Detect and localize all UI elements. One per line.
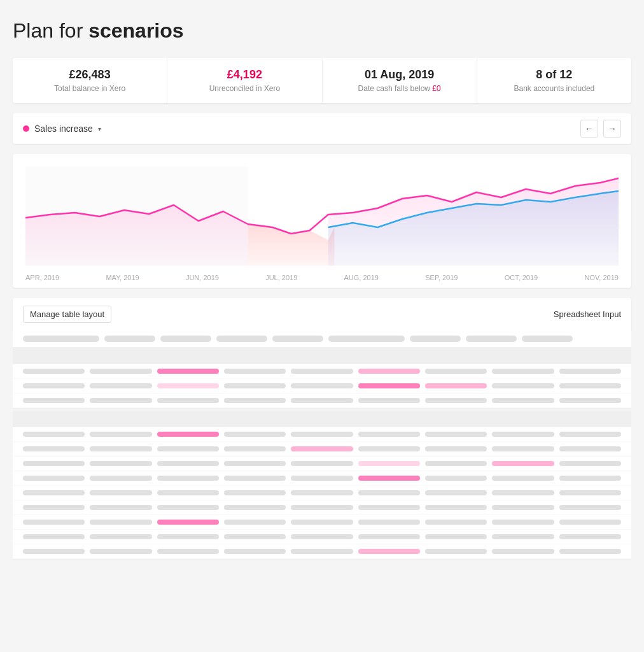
- cell: [492, 534, 554, 539]
- cell: [358, 520, 420, 525]
- cell: [559, 505, 621, 510]
- col-header-1: [23, 336, 99, 342]
- cell: [425, 476, 487, 481]
- cell: [157, 432, 219, 437]
- cell: [425, 383, 487, 388]
- cell: [90, 383, 151, 388]
- chart-label-oct: OCT, 2019: [505, 274, 538, 281]
- cell: [224, 432, 286, 437]
- table-header-row: [13, 330, 631, 348]
- table-row: [13, 500, 631, 515]
- cell: [90, 398, 151, 403]
- chart-card: APR, 2019 MAY, 2019 JUN, 2019 JUL, 2019 …: [13, 154, 631, 288]
- cell: [291, 505, 353, 510]
- cell: [492, 490, 554, 495]
- cell: [358, 490, 420, 495]
- cell: [492, 476, 554, 481]
- cell: [291, 520, 353, 525]
- metric-unreconciled-value: £4,192: [180, 68, 309, 82]
- table-row: [13, 530, 631, 544]
- cell: [425, 490, 487, 495]
- chart-label-jun: JUN, 2019: [186, 274, 219, 281]
- cell: [425, 432, 487, 437]
- cell: [224, 476, 286, 481]
- cell: [90, 369, 151, 374]
- cell: [559, 383, 621, 388]
- cell: [425, 461, 487, 466]
- cell: [492, 505, 554, 510]
- cell: [559, 369, 621, 374]
- cell: [157, 476, 219, 481]
- chart-label-may: MAY, 2019: [106, 274, 139, 281]
- cell: [157, 505, 219, 510]
- cell: [157, 461, 219, 466]
- table-row: [13, 486, 631, 500]
- metric-bank-accounts-label: Bank accounts included: [490, 84, 619, 93]
- cell: [358, 383, 420, 388]
- col-header-5: [272, 336, 323, 342]
- cell: [224, 398, 286, 403]
- nav-forward-button[interactable]: →: [603, 120, 621, 138]
- cell: [559, 476, 621, 481]
- chart-labels: APR, 2019 MAY, 2019 JUN, 2019 JUL, 2019 …: [25, 269, 619, 281]
- col-header-6: [328, 336, 405, 342]
- metric-bank-accounts-value: 8 of 12: [490, 68, 619, 82]
- table-row: [13, 544, 631, 559]
- cell: [291, 461, 353, 466]
- cell: [358, 369, 420, 374]
- manage-layout-button[interactable]: Manage table layout: [23, 306, 111, 323]
- chart-label-nov: NOV, 2019: [584, 274, 618, 281]
- cell: [157, 490, 219, 495]
- cell: [90, 520, 151, 525]
- section-divider-2: [13, 412, 631, 427]
- spreadsheet-input-button[interactable]: Spreadsheet Input: [554, 309, 621, 319]
- chart-label-sep: SEP, 2019: [425, 274, 458, 281]
- cell: [90, 446, 151, 451]
- cell: [358, 432, 420, 437]
- chart-svg: [25, 167, 619, 269]
- cell: [291, 534, 353, 539]
- col-header-4: [216, 336, 267, 342]
- cell: [157, 549, 219, 554]
- cell: [559, 549, 621, 554]
- cell: [425, 369, 487, 374]
- cell: [157, 383, 219, 388]
- cell: [559, 520, 621, 525]
- cell: [559, 490, 621, 495]
- cell: [291, 549, 353, 554]
- col-header-3: [160, 336, 211, 342]
- table-row: [13, 393, 631, 408]
- cell: [559, 446, 621, 451]
- cell: [224, 534, 286, 539]
- table-row: [13, 442, 631, 457]
- cell: [291, 398, 353, 403]
- cell: [291, 383, 353, 388]
- cell: [492, 520, 554, 525]
- metric-total-balance: £26,483 Total balance in Xero: [13, 58, 167, 103]
- scenario-nav: ← →: [580, 120, 621, 138]
- cell: [425, 398, 487, 403]
- cell: [492, 446, 554, 451]
- data-rows-2: [13, 427, 631, 559]
- table-row: [13, 457, 631, 471]
- table-row: [13, 379, 631, 393]
- chevron-down-icon[interactable]: ▾: [98, 125, 101, 132]
- table-row: [13, 427, 631, 442]
- chart-label-jul: JUL, 2019: [265, 274, 297, 281]
- cell: [358, 534, 420, 539]
- cell: [224, 490, 286, 495]
- cell: [291, 490, 353, 495]
- cell: [23, 398, 85, 403]
- table-row: [13, 471, 631, 486]
- metric-total-balance-value: £26,483: [25, 68, 154, 82]
- cell: [291, 476, 353, 481]
- nav-back-button[interactable]: ←: [580, 120, 598, 138]
- chart-label-aug: AUG, 2019: [344, 274, 379, 281]
- metric-cash-date-label: Date cash falls below £0: [335, 84, 464, 93]
- table-toolbar: Manage table layout Spreadsheet Input: [13, 298, 631, 330]
- cell: [23, 520, 85, 525]
- metric-cash-date-value: 01 Aug, 2019: [335, 68, 464, 82]
- cell: [90, 549, 151, 554]
- cell: [425, 446, 487, 451]
- scenario-selector[interactable]: Sales increase ▾: [23, 124, 101, 134]
